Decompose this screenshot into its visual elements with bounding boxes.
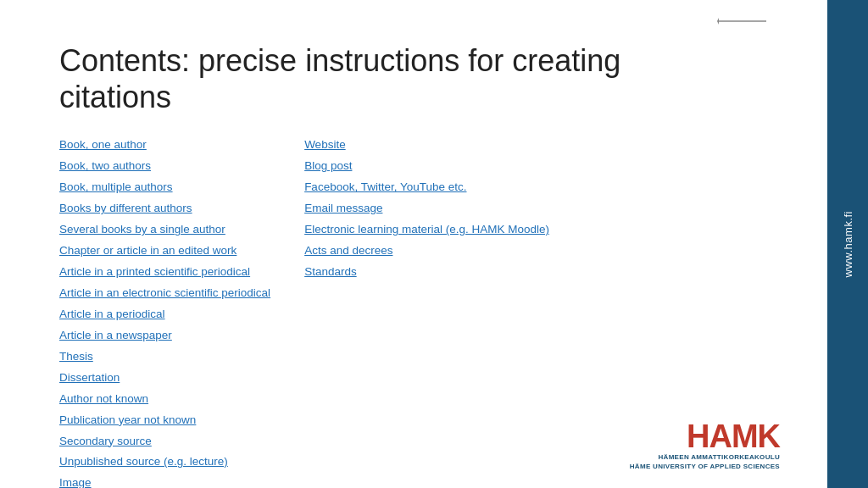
left-link-item[interactable]: Article in a periodical (59, 305, 270, 324)
arrow-area (717, 15, 768, 27)
sidebar-url: www.hamk.fi (842, 211, 854, 277)
left-link-item[interactable]: Dissertation (59, 369, 270, 388)
sidebar: www.hamk.fi (827, 0, 868, 488)
left-link-item[interactable]: Article in a newspaper (59, 326, 270, 346)
right-link-item[interactable]: Blog post (304, 157, 549, 176)
right-links-column: WebsiteBlog postFacebook, Twitter, YouTu… (304, 136, 549, 488)
left-links-column: Book, one authorBook, two authorsBook, m… (59, 136, 270, 488)
hamk-logo: HAMK (687, 420, 780, 452)
left-link-item[interactable]: Chapter or article in an edited work (59, 241, 270, 261)
hamk-logo-text: HAMK (687, 419, 780, 454)
left-link-item[interactable]: Thesis (59, 347, 270, 367)
left-link-item[interactable]: Unpublished source (e.g. lecture) (59, 452, 270, 472)
left-link-item[interactable]: Author not known (59, 390, 270, 409)
left-link-item[interactable]: Article in an electronic scientific peri… (59, 284, 270, 303)
main-content: Contents: precise instructions for creat… (0, 0, 827, 488)
right-link-item[interactable]: Facebook, Twitter, YouTube etc. (304, 178, 549, 197)
right-link-item[interactable]: Standards (304, 263, 549, 282)
svg-marker-1 (717, 18, 719, 25)
left-link-item[interactable]: Book, one author (59, 136, 270, 155)
right-link-item[interactable]: Email message (304, 199, 549, 219)
left-link-item[interactable]: Book, two authors (59, 157, 270, 176)
page-title: Contents: precise instructions for creat… (59, 42, 793, 115)
right-link-item[interactable]: Acts and decrees (304, 241, 549, 261)
right-link-item[interactable]: Website (304, 136, 549, 155)
left-link-item[interactable]: Several books by a single author (59, 220, 270, 240)
left-link-item[interactable]: Secondary source (59, 432, 270, 452)
left-link-item[interactable]: Books by different authors (59, 199, 270, 219)
right-link-item[interactable]: Electronic learning material (e.g. HAMK … (304, 220, 549, 240)
left-link-item[interactable]: Book, multiple authors (59, 178, 270, 197)
left-link-item[interactable]: Article in a printed scientific periodic… (59, 263, 270, 282)
hamk-subtitle: HÄMEEN AMMATTIKORKEAKOULU HÄME UNIVERSIT… (630, 452, 780, 471)
hamk-logo-area: HAMK HÄMEEN AMMATTIKORKEAKOULU HÄME UNIV… (630, 420, 780, 471)
arrow-icon (717, 15, 768, 27)
left-link-item[interactable]: Publication year not known (59, 411, 270, 430)
left-link-item[interactable]: Image (59, 474, 270, 488)
